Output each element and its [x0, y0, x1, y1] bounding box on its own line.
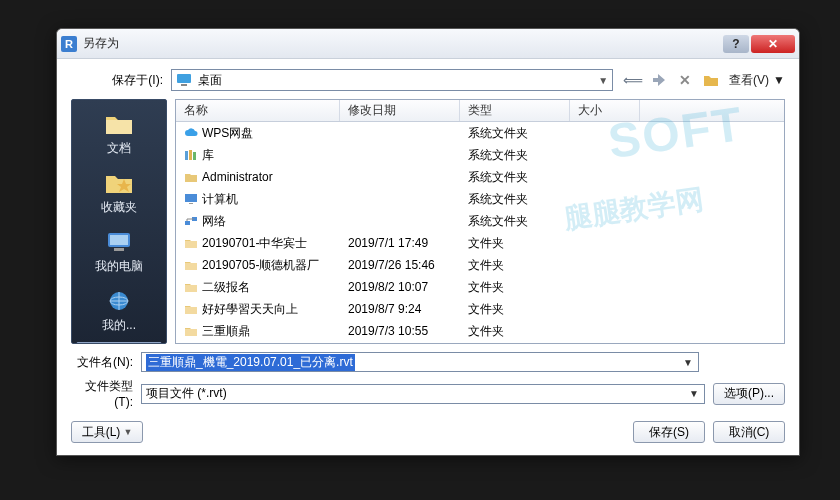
file-icon [184, 258, 198, 272]
view-button[interactable]: 查看(V)▼ [729, 72, 785, 89]
svg-rect-16 [185, 221, 190, 225]
save-in-value: 桌面 [198, 72, 222, 89]
delete-icon[interactable]: ✕ [677, 72, 693, 88]
nav-toolbar: ⟸ ✕ 查看(V)▼ [621, 72, 785, 89]
up-icon[interactable] [651, 72, 667, 88]
save-in-label: 保存于(I): [71, 72, 163, 89]
list-item[interactable]: 20190705-顺德机器厂2019/7/26 15:46文件夹 [176, 254, 784, 276]
chevron-down-icon[interactable]: ▼ [680, 357, 696, 368]
file-list: SOFT 腿腿教学网 名称 修改日期 类型 大小 WPS网盘系统文件夹库系统文件… [175, 99, 785, 344]
filename-label: 文件名(N): [71, 354, 133, 371]
options-button[interactable]: 选项(P)... [713, 383, 785, 405]
col-date[interactable]: 修改日期 [340, 100, 460, 121]
sidebar-item-mycomputer[interactable]: 我的电脑 [76, 224, 162, 281]
column-headers: 名称 修改日期 类型 大小 [176, 100, 784, 122]
filetype-combo[interactable]: 项目文件 (*.rvt) ▼ [141, 384, 705, 404]
sidebar-item-documents[interactable]: 文档 [76, 106, 162, 163]
save-as-dialog: R 另存为 ? ✕ 保存于(I): 桌面 ▼ ⟸ ✕ 查看(V)▼ [56, 28, 800, 456]
save-in-row: 保存于(I): 桌面 ▼ ⟸ ✕ 查看(V)▼ [71, 69, 785, 91]
folder-icon [103, 110, 135, 138]
list-item[interactable]: 库系统文件夹 [176, 144, 784, 166]
new-folder-icon[interactable] [703, 72, 719, 88]
bottom-fields: 文件名(N): 三重順鼎_機電_2019.07.01_已分离.rvt ▼ 文件类… [71, 352, 785, 443]
col-type[interactable]: 类型 [460, 100, 570, 121]
titlebar: R 另存为 ? ✕ [57, 29, 799, 59]
filetype-row: 文件类型(T): 项目文件 (*.rvt) ▼ 选项(P)... [71, 378, 785, 409]
file-icon [184, 148, 198, 162]
filename-input[interactable]: 三重順鼎_機電_2019.07.01_已分离.rvt ▼ [141, 352, 699, 372]
action-bar: 工具(L)▼ 保存(S) 取消(C) [71, 421, 785, 443]
list-item[interactable]: 计算机系统文件夹 [176, 188, 784, 210]
computer-icon [103, 228, 135, 256]
save-button[interactable]: 保存(S) [633, 421, 705, 443]
list-item[interactable]: 网络系统文件夹 [176, 210, 784, 232]
dropdown-arrow-icon: ▼ [598, 75, 608, 86]
file-icon [184, 236, 198, 250]
list-item[interactable]: 好好學習天天向上2019/8/7 9:24文件夹 [176, 298, 784, 320]
tools-button[interactable]: 工具(L)▼ [71, 421, 143, 443]
network-icon [103, 287, 135, 315]
filename-row: 文件名(N): 三重順鼎_機電_2019.07.01_已分离.rvt ▼ [71, 352, 785, 372]
col-size[interactable]: 大小 [570, 100, 640, 121]
cancel-button[interactable]: 取消(C) [713, 421, 785, 443]
svg-rect-1 [181, 84, 187, 86]
list-item[interactable]: 二级报名2019/8/2 10:07文件夹 [176, 276, 784, 298]
close-button[interactable]: ✕ [751, 35, 795, 53]
sidebar-item-favorites[interactable]: 收藏夹 [76, 165, 162, 222]
list-item[interactable]: 20190701-中华宾士2019/7/1 17:49文件夹 [176, 232, 784, 254]
chevron-down-icon[interactable]: ▼ [686, 388, 702, 399]
col-name[interactable]: 名称 [176, 100, 340, 121]
window-buttons: ? ✕ [723, 35, 795, 53]
sidebar-item-myplaces[interactable]: 我的... [76, 283, 162, 340]
svg-rect-12 [189, 150, 192, 160]
help-button[interactable]: ? [723, 35, 749, 53]
file-icon [184, 192, 198, 206]
window-title: 另存为 [83, 35, 723, 52]
file-icon [184, 214, 198, 228]
save-in-combo[interactable]: 桌面 ▼ [171, 69, 613, 91]
file-icon [184, 126, 198, 140]
places-sidebar: 文档 收藏夹 我的电脑 我的... 桌面 [71, 99, 167, 344]
desktop-icon [176, 73, 192, 87]
svg-rect-13 [193, 152, 196, 160]
list-item[interactable]: 三重順鼎_機電_2019.07.0...2019/8/1 18:06文件夹 [176, 342, 784, 343]
file-icon [184, 280, 198, 294]
svg-rect-5 [114, 248, 124, 251]
svg-rect-0 [177, 74, 191, 83]
svg-rect-11 [185, 151, 188, 160]
svg-rect-15 [189, 203, 193, 204]
list-item[interactable]: WPS网盘系统文件夹 [176, 122, 784, 144]
app-icon: R [61, 36, 77, 52]
svg-rect-14 [185, 194, 197, 202]
back-icon[interactable]: ⟸ [625, 72, 641, 88]
dialog-body: 保存于(I): 桌面 ▼ ⟸ ✕ 查看(V)▼ 文档 [57, 59, 799, 455]
file-icon [184, 302, 198, 316]
main-area: 文档 收藏夹 我的电脑 我的... 桌面 [71, 99, 785, 344]
list-item[interactable]: 三重順鼎2019/7/3 10:55文件夹 [176, 320, 784, 342]
favorites-icon [103, 169, 135, 197]
rows-container: WPS网盘系统文件夹库系统文件夹Administrator系统文件夹计算机系统文… [176, 122, 784, 343]
svg-rect-4 [110, 235, 128, 245]
file-icon [184, 324, 198, 338]
file-icon [184, 170, 198, 184]
list-item[interactable]: Administrator系统文件夹 [176, 166, 784, 188]
filetype-label: 文件类型(T): [71, 378, 133, 409]
sidebar-item-desktop[interactable]: 桌面 [76, 342, 162, 344]
